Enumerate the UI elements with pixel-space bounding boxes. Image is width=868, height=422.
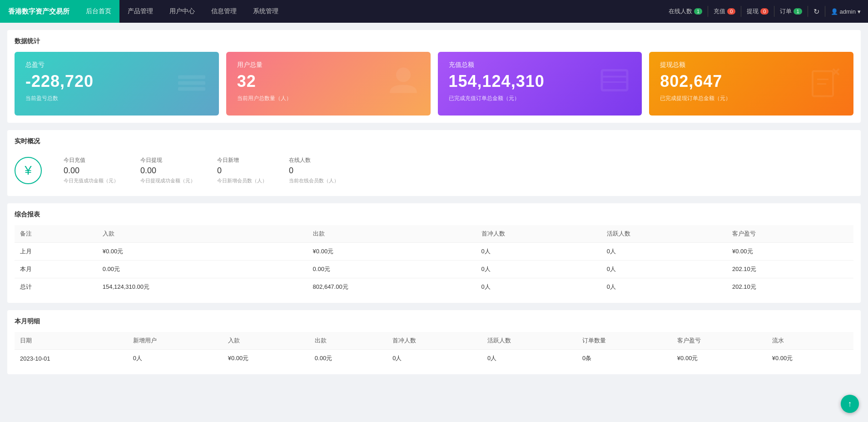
navbar: 香港数字资产交易所 后台首页 产品管理 用户中心 信息管理 系统管理 在线人数 … (0, 0, 868, 23)
month-col-orders: 订单数量 (577, 332, 672, 350)
recharge-badge: 0 (727, 8, 735, 15)
month-col-date: 日期 (15, 332, 128, 350)
nav-brand: 香港数字资产交易所 (0, 0, 78, 23)
user-icon: 👤 (831, 8, 838, 15)
col-outcome: 出款 (308, 225, 476, 243)
row-income: 154,124,310.00元 (97, 278, 308, 296)
month-col-flow: 流水 (767, 332, 853, 350)
online-badge: 1 (694, 8, 702, 15)
stat-card-profit: 总盈亏 -228,720 当前盈亏总数 (15, 52, 219, 116)
nav-divider-4 (808, 6, 808, 17)
comprehensive-section: 综合报表 备注 入款 出款 首冲人数 活跃人数 客户盈亏 上月 ¥0.00元 ¥… (7, 203, 861, 303)
username: admin (840, 8, 856, 15)
monthly-thead: 日期 新增用户 入款 出款 首冲人数 活跃人数 订单数量 客户盈亏 流水 (15, 332, 853, 350)
stat-cards-grid: 总盈亏 -228,720 当前盈亏总数 用户总量 32 当前用户总数量（人） (15, 52, 853, 116)
row-outcome: 0.00元 (308, 261, 476, 278)
recharge-label: 充值 (714, 7, 725, 15)
row-income: ¥0.00元 (97, 243, 308, 261)
realtime-withdraw-value: 0.00 (140, 166, 195, 176)
withdraw-badge: 0 (760, 8, 769, 15)
nav-item-products[interactable]: 产品管理 (119, 0, 161, 23)
realtime-online-label: 在线人数 (289, 156, 339, 164)
row-first: 0人 (476, 261, 601, 278)
stat-icon-profit (174, 62, 210, 106)
realtime-grid: ¥ 今日充值 0.00 今日充值成功金额（元） 今日提现 0.00 今日提现成功… (15, 152, 853, 189)
comprehensive-table: 备注 入款 出款 首冲人数 活跃人数 客户盈亏 上月 ¥0.00元 ¥0.00元… (15, 225, 853, 296)
table-row: 2023-10-01 0人 ¥0.00元 0.00元 0人 0人 0条 ¥0.0… (15, 350, 853, 367)
order-item[interactable]: 订单 1 (780, 7, 802, 15)
realtime-withdraw-sub: 今日提现成功金额（元） (140, 177, 195, 184)
table-row: 总计 154,124,310.00元 802,647.00元 0人 0人 202… (15, 278, 853, 296)
col-note: 备注 (15, 225, 97, 243)
comprehensive-title: 综合报表 (15, 211, 853, 219)
month-col-first: 首冲人数 (387, 332, 482, 350)
row-new-users: 0人 (128, 350, 223, 367)
realtime-online-sub: 当前在线会员数（人） (289, 177, 339, 184)
row-active: 0人 (601, 261, 727, 278)
realtime-item-online: 在线人数 0 当前在线会员数（人） (289, 156, 339, 184)
stat-card-recharge: 充值总额 154,124,310 已完成充值订单总金额（元） (438, 52, 642, 116)
main-content: 数据统计 总盈亏 -228,720 当前盈亏总数 用 (0, 23, 868, 389)
row-first: 0人 (476, 243, 601, 261)
row-outcome: ¥0.00元 (308, 243, 476, 261)
realtime-item-recharge: 今日充值 0.00 今日充值成功金额（元） (64, 156, 119, 184)
nav-item-users[interactable]: 用户中心 (161, 0, 203, 23)
realtime-withdraw-label: 今日提现 (140, 156, 195, 164)
realtime-item-new: 今日新增 0 今日新增会员数（人） (217, 156, 267, 184)
nav-divider-1 (708, 6, 708, 17)
recharge-item[interactable]: 充值 0 (714, 7, 735, 15)
row-note: 总计 (15, 278, 97, 296)
row-note: 本月 (15, 261, 97, 278)
nav-divider-3 (774, 6, 774, 17)
user-menu[interactable]: 👤 admin ▾ (831, 8, 861, 15)
refresh-icon[interactable]: ↻ (813, 7, 819, 16)
row-flow: ¥0.00元 (767, 350, 853, 367)
online-count-item[interactable]: 在线人数 1 (669, 7, 702, 15)
row-profit: ¥0.00元 (727, 243, 853, 261)
row-first: 0人 (387, 350, 482, 367)
comprehensive-tbody: 上月 ¥0.00元 ¥0.00元 0人 0人 ¥0.00元 本月 0.00元 0… (15, 243, 853, 296)
online-label: 在线人数 (669, 7, 692, 15)
nav-item-system[interactable]: 系统管理 (245, 0, 287, 23)
stat-icon-users (385, 62, 422, 106)
month-col-active: 活跃人数 (482, 332, 577, 350)
row-profit: 202.10元 (727, 278, 853, 296)
col-active: 活跃人数 (601, 225, 727, 243)
col-income: 入款 (97, 225, 308, 243)
nav-divider-2 (741, 6, 741, 17)
realtime-new-value: 0 (217, 166, 267, 176)
stats-title: 数据统计 (15, 37, 853, 45)
stat-card-withdraw: 提现总额 802,647 已完成提现订单总金额（元） (649, 52, 853, 116)
nav-item-info[interactable]: 信息管理 (203, 0, 245, 23)
svg-rect-0 (178, 87, 205, 91)
row-date: 2023-10-01 (15, 350, 128, 367)
monthly-table: 日期 新增用户 入款 出款 首冲人数 活跃人数 订单数量 客户盈亏 流水 202… (15, 332, 853, 367)
nav-item-home[interactable]: 后台首页 (78, 0, 119, 23)
table-row: 本月 0.00元 0.00元 0人 0人 202.10元 (15, 261, 853, 278)
dropdown-icon: ▾ (858, 8, 861, 15)
month-col-new: 新增用户 (128, 332, 223, 350)
table-row: 上月 ¥0.00元 ¥0.00元 0人 0人 ¥0.00元 (15, 243, 853, 261)
nav-divider-5 (825, 6, 825, 17)
monthly-tbody: 2023-10-01 0人 ¥0.00元 0.00元 0人 0人 0条 ¥0.0… (15, 350, 853, 367)
row-orders: 0条 (577, 350, 672, 367)
stat-icon-recharge (596, 62, 633, 106)
stats-section: 数据统计 总盈亏 -228,720 当前盈亏总数 用 (7, 30, 861, 123)
withdraw-item[interactable]: 提现 0 (747, 7, 769, 15)
realtime-item-withdraw: 今日提现 0.00 今日提现成功金额（元） (140, 156, 195, 184)
realtime-new-label: 今日新增 (217, 156, 267, 164)
svg-rect-2 (178, 75, 205, 79)
row-profit: ¥0.00元 (672, 350, 767, 367)
withdraw-label: 提现 (747, 7, 759, 15)
row-outcome: 0.00元 (309, 350, 387, 367)
row-active: 0人 (482, 350, 577, 367)
row-active: 0人 (601, 278, 727, 296)
svg-point-3 (396, 68, 411, 82)
realtime-recharge-label: 今日充值 (64, 156, 119, 164)
order-badge: 1 (794, 8, 802, 15)
row-note: 上月 (15, 243, 97, 261)
col-first: 首冲人数 (476, 225, 601, 243)
realtime-yen-icon: ¥ (15, 157, 42, 184)
realtime-online-value: 0 (289, 166, 339, 176)
comprehensive-thead: 备注 入款 出款 首冲人数 活跃人数 客户盈亏 (15, 225, 853, 243)
